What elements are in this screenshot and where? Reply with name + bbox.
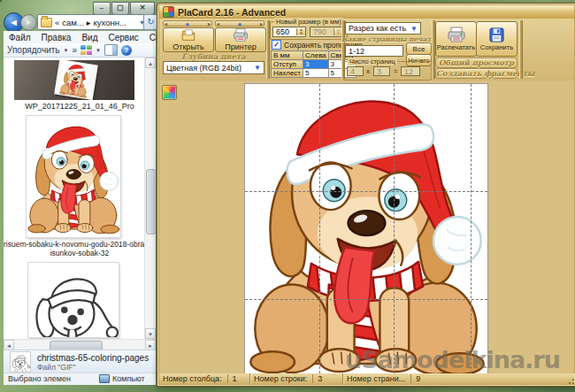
placard-title-bar[interactable]: PlaCard 2.16 - Advanced [159,5,574,19]
margins-row-header: Нахлест [272,69,303,78]
help-icon[interactable]: ? [121,45,132,56]
cut-line-vertical[interactable] [319,84,320,373]
scroll-down-icon[interactable]: ▼ [145,328,156,339]
margins-row-header: Отступ [272,60,303,69]
file-thumbnail-color-dog[interactable] [27,116,120,237]
file-name-line2: isunkov-sobak-32 [50,249,110,257]
times-label: x [366,67,370,75]
views-icon[interactable] [80,45,92,55]
forward-button[interactable]: ► [20,14,37,31]
overview-button[interactable]: Общий просмотр [435,58,518,68]
open-folder-icon [180,28,196,42]
scroll-up-icon[interactable]: ▲ [145,58,156,68]
menu-tools[interactable]: Сервис [103,33,143,42]
rows-count-field: 3 [373,66,390,76]
preview-pane-icon[interactable] [104,44,118,56]
selected-file-name: christmas-65-coloring-pages [37,353,149,363]
zone-label: Компьют [112,374,145,383]
cut-line-horizontal[interactable] [245,299,487,300]
menu-view[interactable]: Вид [76,33,103,42]
explorer-status-bar: Выбрано элемен Компьют [4,373,156,385]
printer-button[interactable]: Принтер [215,27,266,52]
cut-line-horizontal[interactable] [245,191,487,192]
column-value: 1 [227,374,237,383]
band-left-icon: ◂ [165,20,167,27]
width-spinner[interactable]: 650 ▲▼ [272,27,306,37]
band-right-icon: ▸ [208,20,211,27]
band-gripper[interactable]: ◂ ◆ ▸ [163,20,212,27]
maximize-button[interactable]: ▢ [111,2,129,15]
margin-cell-selected[interactable]: 3 [303,60,329,69]
placard-window: PlaCard 2.16 - Advanced ◂ ◆ ▸ Открыть ◂ … [157,3,575,387]
menu-edit[interactable]: Правка [36,33,77,42]
combo-arrow-icon[interactable]: ▼ [410,25,418,33]
margins-header: В мм [272,51,303,60]
open-label: Открыть [172,42,203,51]
column-label: Номер столбца: [163,374,222,383]
file-list: WP_20171225_21_01_46_Pro risuem-sobaku-k… [4,58,156,339]
color-depth-value: Цветная (RGB 24bit) [166,64,242,73]
file-thumbnail-lineart-dog[interactable] [28,263,119,337]
toolbar-separator [519,20,523,79]
band-left-icon: ◂ [217,20,219,27]
placard-status-bar: Номер столбца: 1 Номер строки: 3 Номер с… [159,373,574,384]
window-controls: – ▢ ✕ [93,2,155,15]
crumb-separator-icon: ▸ [87,18,91,27]
photo-paper [54,60,98,100]
organize-caret-icon: ▼ [64,48,69,53]
close-button[interactable]: ✕ [130,2,155,15]
explorer-toolbar: Упорядочить ▼ » ▼ ? [4,43,156,58]
pages-range-input[interactable]: 1-12 [345,45,403,57]
band-right-icon: ▸ [260,20,263,27]
toolbar-overflow-icon[interactable]: » [72,45,77,55]
address-bar[interactable]: « сам... ▸ кухонн... ▼ [37,14,149,30]
zone-status: Компьют [99,374,145,383]
computer-icon [99,374,110,383]
cut-line-vertical[interactable] [394,84,395,373]
save-button[interactable]: Сохранить [476,21,518,57]
new-size-legend: Новый размер (в мм) [274,18,343,26]
print-icon [448,27,465,42]
file-thumbnail-photo[interactable] [14,60,134,100]
row-value: 3 [312,374,322,383]
new-size-group: Новый размер (в мм) 650 ▲▼ 790 ▲▼ [270,21,348,40]
placard-toolbar: ◂ ◆ ▸ Открыть ◂ ◆ ▸ Принтер Глубина цвет… [159,19,574,81]
cut-mode-select[interactable]: Разрез как есть ▼ [345,22,421,35]
keep-proportion-checkbox[interactable]: ✓ [272,40,281,50]
vertical-scroll-thumb[interactable] [146,169,156,234]
views-caret-icon[interactable]: ▼ [96,48,101,53]
margin-cell[interactable]: 5 [303,69,329,78]
print-button[interactable]: Распечатать [435,21,477,57]
page-label: Номер страни... [347,374,405,383]
margins-header: Слева [303,51,329,60]
minimize-button[interactable]: – [93,2,111,15]
open-button[interactable]: Открыть [163,27,214,52]
cut-line-vertical[interactable] [471,84,472,373]
organize-button[interactable]: Упорядочить [7,45,60,55]
poster-canvas[interactable] [245,84,487,373]
select-all-pages-button[interactable]: Все [406,42,432,55]
pages-count-group: Число страниц 4 x 3 = 12 [343,61,432,81]
create-fragments-button[interactable]: Создавать фрагменты [435,68,518,79]
color-depth-select[interactable]: Цветная (RGB 24bit) ▼ [163,61,264,74]
pages-count-legend: Число страниц [348,58,397,65]
file-name-line1: risuem-sobaku-k-novomu-godu-2018-obrazcy [4,240,156,249]
status-row: Номер строки: 3 [250,373,343,384]
combo-arrow-icon[interactable]: ▼ [254,64,261,72]
height-spinner: 790 ▲▼ [310,27,343,37]
menu-bar: Файл Правка Вид Сервис Справка [4,31,156,44]
image-source-icon[interactable] [162,85,177,100]
file-name[interactable]: WP_20171225_21_01_46_Pro [4,102,156,111]
band-gripper[interactable]: ◂ ◆ ▸ [215,20,264,27]
folder-icon [41,18,52,27]
breadcrumb-current[interactable]: кухонн... [94,18,126,27]
resize-grip[interactable] [566,376,575,385]
explorer-window: – ▢ ✕ ◄ ► « сам... ▸ кухонн... ▼ ↻ Файл … [0,0,2,2]
menu-file[interactable]: Файл [4,33,36,42]
spinner-arrows-icon[interactable]: ▲▼ [296,28,305,35]
save-floppy-icon [489,27,504,42]
breadcrumb-parent[interactable]: сам... [62,18,83,27]
vertical-scrollbar[interactable]: ▲ ▼ [144,58,156,339]
file-name[interactable]: risuem-sobaku-k-novomu-godu-2018-obrazcy… [4,240,156,257]
page-value: 9 [410,374,420,383]
